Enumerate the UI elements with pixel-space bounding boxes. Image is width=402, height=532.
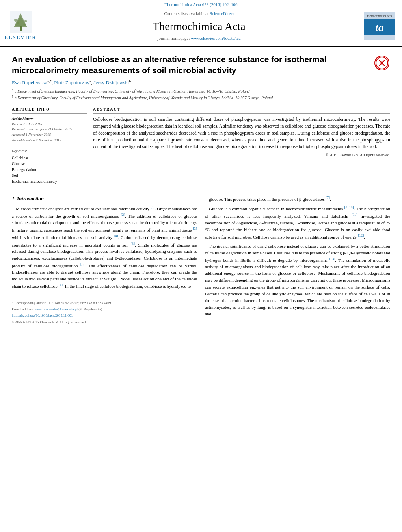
email-link[interactable]: ewa.ropelewska@uwm.edu.pl	[35, 307, 78, 311]
intro-para1: Microcalorimetric analyses are carried o…	[12, 205, 197, 290]
journal-header: Thermochimica Acta 623 (2016) 102–106 EL…	[0, 0, 402, 47]
keyword-soil: Soil	[12, 172, 87, 178]
article-content: An evaluation of cellobiose as an altern…	[0, 47, 402, 328]
journal-center-info: Contents lists available at ScienceDirec…	[36, 11, 362, 41]
info-separator	[12, 146, 87, 146]
ref11: [11]	[352, 213, 357, 217]
ref1: [1]	[151, 205, 155, 209]
keywords-section: Keywords: Cellobiose Glucose Biodegradat…	[12, 148, 87, 184]
article-title: An evaluation of cellobiose as an altern…	[12, 54, 370, 76]
intro-para3: The greater significance of using cellob…	[205, 243, 390, 317]
ta-logo-top-text: thermochimica acta	[364, 12, 395, 19]
keyword-isothermal: Isothermal microcalorimetry	[12, 178, 87, 184]
email-note: E-mail address: ewa.ropelewska@uwm.edu.p…	[12, 307, 197, 312]
svg-point-6	[17, 22, 19, 24]
journal-reference: Thermochimica Acta 623 (2016) 102–106	[164, 2, 237, 7]
abstract-copyright: © 2015 Elsevier B.V. All rights reserved…	[93, 152, 390, 158]
history-label: Article history:	[12, 116, 87, 121]
elsevier-text: ELSEVIER	[4, 34, 37, 41]
svg-point-7	[23, 23, 25, 25]
keywords-label: Keywords:	[12, 148, 87, 154]
article-title-section: An evaluation of cellobiose as an altern…	[12, 51, 390, 76]
footer-issn: 0040-6031/© 2015 Elsevier B.V. All right…	[12, 320, 197, 325]
article-history: Article history: Received 7 July 2015 Re…	[12, 116, 87, 143]
available-date: Available online 3 November 2015	[12, 138, 87, 143]
intro-para2: Glucose is a common organic substance in…	[205, 205, 390, 240]
homepage-link: journal homepage: www.elsevier.com/locat…	[36, 35, 362, 41]
ref3b: [3]	[130, 241, 135, 245]
keyword-glucose: Glucose	[12, 161, 87, 167]
section1-right-text: glucose. This process takes place in the…	[205, 195, 390, 317]
doi-link[interactable]: http://dx.doi.org/10.1016/j.tca.2015.11.…	[12, 313, 73, 317]
crossmark-icon	[374, 56, 389, 70]
journal-name: Thermochimica Acta	[36, 19, 362, 34]
authors-line: Ewa Ropelewskaa,*, Piotr Zapotocznya, Je…	[12, 79, 390, 87]
keyword-cellobiose: Cellobiose	[12, 155, 87, 161]
svg-point-4	[14, 19, 17, 22]
received-date: Received 7 July 2015	[12, 122, 87, 127]
body-content: 1. Introduction Microcalorimetric analys…	[12, 191, 390, 325]
ref13: [13]	[329, 257, 335, 261]
elsevier-tree-icon	[10, 11, 32, 33]
body-right-col: glucose. This process takes place in the…	[205, 195, 390, 325]
section1-heading: 1. Introduction	[12, 195, 197, 202]
author-zapotoczny[interactable]: Piotr Zapotoczny	[54, 80, 89, 85]
body-two-col: 1. Introduction Microcalorimetric analys…	[12, 195, 390, 325]
ta-logo-bottom-text	[364, 35, 395, 40]
ta-logo-main-letters: ta	[364, 19, 395, 35]
article-info-col: ARTICLE INFO Article history: Received 7…	[12, 107, 87, 184]
accepted-date: Accepted 1 November 2015	[12, 132, 87, 137]
affiliation-a: a a Department of Systems Engineering, F…	[12, 88, 390, 94]
journal-logo-right: thermochimica acta ta	[362, 12, 397, 40]
affiliations: a a Department of Systems Engineering, F…	[12, 88, 390, 101]
elsevier-logo: ELSEVIER	[5, 11, 36, 41]
author-ropelewska[interactable]: Ewa Ropelewska	[12, 80, 47, 85]
keyword-biodegradation: Biodegradation	[12, 167, 87, 172]
abstract-text: Cellobiose biodegradation in soil sample…	[93, 116, 390, 150]
ref8-10: [8–10]	[344, 205, 354, 209]
sciencedirect-link: Contents lists available at ScienceDirec…	[36, 11, 362, 17]
footer-doi: http://dx.doi.org/10.1016/j.tca.2015.11.…	[12, 313, 197, 318]
section1-body-text: Microcalorimetric analyses are carried o…	[12, 205, 197, 290]
homepage-anchor[interactable]: www.elsevier.com/locate/tca	[191, 36, 240, 41]
crossmark-badge	[374, 56, 390, 71]
journal-middle-bar: ELSEVIER Contents lists available at Sci…	[0, 8, 402, 44]
ta-logo: thermochimica acta ta	[364, 12, 395, 40]
intro-para-glucose: glucose. This process takes place in the…	[205, 195, 390, 203]
article-footer: * Corresponding author. Tel.: +48 89 523…	[12, 298, 197, 324]
info-abstract-section: ARTICLE INFO Article history: Received 7…	[12, 104, 390, 184]
body-left-col: 1. Introduction Microcalorimetric analys…	[12, 195, 197, 325]
ref2: [2]	[121, 213, 125, 217]
abstract-col: ABSTRACT Cellobiose biodegradation in so…	[93, 107, 390, 184]
abstract-label: ABSTRACT	[93, 107, 390, 114]
corresponding-author-note: * Corresponding author. Tel.: +48 89 523…	[12, 300, 197, 306]
author-dziejowski[interactable]: Jerzy Dziejowski	[94, 80, 129, 85]
ref12: [12]	[358, 234, 364, 237]
sciencedirect-anchor[interactable]: ScienceDirect	[210, 11, 234, 16]
svg-point-5	[24, 20, 27, 22]
article-info-label: ARTICLE INFO	[12, 107, 87, 114]
received-revised-date: Received in revised form 31 October 2015	[12, 127, 87, 132]
ref5: [5]	[80, 262, 85, 266]
ref6: [6]	[59, 283, 63, 287]
affiliation-b: b b Department of Chemistry, Faculty of …	[12, 95, 390, 101]
ref4: [4]	[114, 234, 118, 238]
journal-reference-bar: Thermochimica Acta 623 (2016) 102–106	[0, 0, 402, 8]
ref7: [7]	[326, 196, 330, 200]
ref3: [3]	[193, 226, 197, 230]
